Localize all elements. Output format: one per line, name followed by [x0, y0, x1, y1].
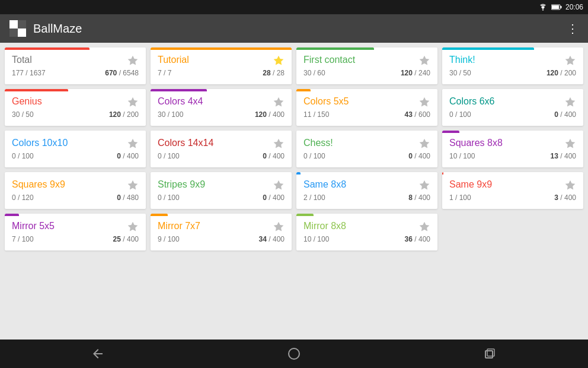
star-icon[interactable]	[127, 55, 139, 66]
star-icon[interactable]	[273, 179, 285, 191]
card-squares-8x8[interactable]: Squares 8x8 10 / 100 13 / 400	[442, 131, 583, 167]
card-stats: 30 / 50 120 / 200	[449, 69, 576, 77]
card-colors-14x14[interactable]: Colors 14x14 0 / 100 0 / 400	[151, 131, 292, 167]
status-bar: 20:06	[0, 0, 588, 14]
card-stats: 9 / 100 34 / 400	[158, 235, 285, 243]
star-icon[interactable]	[418, 138, 430, 150]
card-stat-right: 0 / 400	[263, 152, 285, 160]
card-header: Colors 10x10	[12, 138, 139, 150]
card-stat-left: 9 / 100	[158, 235, 180, 243]
star-icon[interactable]	[127, 179, 139, 191]
star-icon[interactable]	[564, 138, 576, 150]
card-stat-left: 10 / 100	[449, 152, 475, 160]
card-total[interactable]: Total 177 / 1637 670 / 6548	[5, 47, 146, 84]
home-button[interactable]	[287, 347, 301, 361]
back-button[interactable]	[91, 347, 105, 361]
card-title: Squares 9x9	[12, 179, 65, 190]
card-header: First contact	[303, 55, 430, 66]
card-stat-left: 10 / 100	[303, 235, 329, 243]
star-icon[interactable]	[127, 138, 139, 150]
card-stat-left: 0 / 120	[12, 193, 34, 202]
card-tutorial[interactable]: Tutorial 7 / 7 28 / 28	[151, 47, 292, 84]
card-progress-bar	[5, 47, 90, 50]
card-title: Same 9x9	[449, 179, 492, 190]
star-icon[interactable]	[418, 55, 430, 66]
card-stat-right: 34 / 400	[259, 235, 285, 243]
card-progress-bar	[442, 172, 443, 175]
card-title: First contact	[303, 55, 355, 65]
main-content: Total 177 / 1637 670 / 6548 Tutorial 7 /…	[0, 43, 588, 340]
card-title: Colors 6x6	[449, 96, 494, 107]
card-stat-left: 11 / 150	[303, 110, 329, 119]
card-progress-bar	[296, 47, 374, 50]
card-progress-bar	[151, 214, 168, 216]
card-header: Tutorial	[158, 55, 285, 66]
star-icon[interactable]	[127, 96, 139, 108]
card-progress-bar	[151, 47, 292, 50]
card-title: Tutorial	[158, 55, 189, 65]
card-stats: 10 / 100 36 / 400	[303, 235, 430, 243]
card-genius[interactable]: Genius 30 / 50 120 / 200	[5, 89, 146, 126]
card-stat-right: 13 / 400	[551, 152, 576, 160]
card-progress-bar	[151, 89, 207, 91]
star-icon[interactable]	[418, 221, 430, 233]
card-title: Think!	[449, 55, 475, 65]
card-title: Stripes 9x9	[158, 179, 205, 190]
card-colors-4x4[interactable]: Colors 4x4 30 / 100 120 / 400	[151, 89, 292, 126]
card-mirror-8x8[interactable]: Mirror 8x8 10 / 100 36 / 400	[296, 214, 437, 250]
card-title: Same 8x8	[303, 179, 346, 190]
star-icon[interactable]	[564, 179, 576, 191]
card-title: Mirror 5x5	[12, 221, 55, 231]
card-think[interactable]: Think! 30 / 50 120 / 200	[442, 47, 583, 84]
card-stats: 7 / 100 25 / 400	[12, 235, 139, 243]
card-mirror-7x7[interactable]: Mirror 7x7 9 / 100 34 / 400	[151, 214, 292, 250]
star-icon[interactable]	[273, 55, 285, 66]
star-icon[interactable]	[564, 96, 576, 108]
card-chess[interactable]: Chess! 0 / 100 0 / 400	[296, 131, 437, 167]
card-stripes-9x9[interactable]: Stripes 9x9 0 / 100 0 / 400	[151, 172, 292, 209]
star-icon[interactable]	[127, 221, 139, 233]
card-stat-right: 670 / 6548	[105, 69, 139, 77]
star-icon[interactable]	[273, 96, 285, 108]
star-icon[interactable]	[418, 96, 430, 108]
card-header: Colors 14x14	[158, 138, 285, 150]
card-title: Colors 14x14	[158, 138, 213, 148]
star-icon[interactable]	[273, 138, 285, 150]
star-icon[interactable]	[273, 221, 285, 233]
star-icon[interactable]	[418, 179, 430, 191]
card-stat-right: 36 / 400	[405, 235, 430, 243]
card-colors-10x10[interactable]: Colors 10x10 0 / 100 0 / 400	[5, 131, 146, 167]
card-progress-bar	[296, 172, 301, 175]
card-stat-right: 120 / 240	[401, 69, 430, 77]
card-header: Squares 9x9	[12, 179, 139, 191]
card-colors-6x6[interactable]: Colors 6x6 0 / 100 0 / 400	[442, 89, 583, 126]
card-same-8x8[interactable]: Same 8x8 2 / 100 8 / 400	[296, 172, 437, 209]
recents-button[interactable]	[483, 347, 497, 361]
card-stat-left: 1 / 100	[449, 193, 471, 202]
card-stats: 0 / 100 0 / 400	[303, 152, 430, 160]
card-squares-9x9[interactable]: Squares 9x9 0 / 120 0 / 480	[5, 172, 146, 209]
card-stat-right: 120 / 200	[109, 110, 139, 119]
card-stat-left: 30 / 60	[303, 69, 325, 77]
card-mirror-5x5[interactable]: Mirror 5x5 7 / 100 25 / 400	[5, 214, 146, 250]
card-header: Mirror 5x5	[12, 221, 139, 233]
card-header: Chess!	[303, 138, 430, 150]
card-stat-left: 30 / 100	[158, 110, 183, 119]
card-title: Genius	[12, 96, 42, 107]
card-stats: 30 / 50 120 / 200	[12, 110, 139, 119]
card-stat-right: 120 / 400	[255, 110, 285, 119]
card-same-9x9[interactable]: Same 9x9 1 / 100 3 / 400	[442, 172, 583, 209]
menu-button[interactable]: ⋮	[567, 21, 579, 36]
card-first-contact[interactable]: First contact 30 / 60 120 / 240	[296, 47, 437, 84]
card-title: Mirror 8x8	[303, 221, 346, 231]
card-stat-left: 0 / 100	[12, 152, 34, 160]
card-stat-right: 0 / 400	[263, 193, 285, 202]
star-icon[interactable]	[564, 55, 576, 66]
card-colors-5x5[interactable]: Colors 5x5 11 / 150 43 / 600	[296, 89, 437, 126]
card-stats: 0 / 100 0 / 400	[158, 152, 285, 160]
app-logo	[9, 20, 26, 37]
svg-rect-3	[9, 20, 18, 28]
card-progress-bar	[5, 214, 19, 216]
card-progress-bar	[5, 89, 68, 91]
status-bar-right: 20:06	[538, 3, 583, 11]
